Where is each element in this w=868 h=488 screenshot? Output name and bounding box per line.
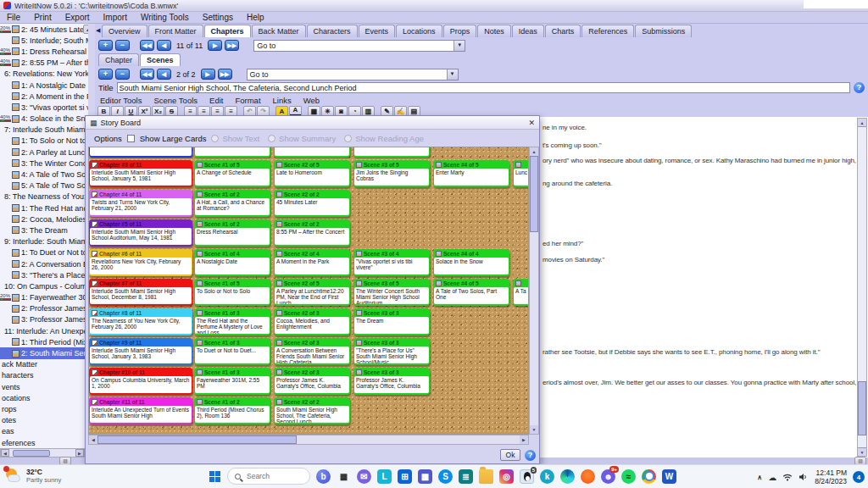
main-tab[interactable]: Charts <box>545 25 581 37</box>
sidebar-item[interactable]: 7: Interlude South Miami Se <box>0 125 94 136</box>
main-tab[interactable]: Front Matter <box>148 25 203 37</box>
menu-item[interactable]: Settings <box>196 13 240 22</box>
volume-icon[interactable] <box>798 473 809 481</box>
ok-button[interactable]: Ok <box>500 449 520 461</box>
remove-scene-button[interactable]: − <box>115 69 130 80</box>
scroll-up-icon[interactable]: ▲ <box>530 147 538 156</box>
search-box[interactable] <box>227 468 310 485</box>
menu-item[interactable]: Import <box>97 13 134 22</box>
sidebar-item[interactable]: 1: The Red Hat and the <box>0 202 94 214</box>
scene-card[interactable]: Scene #3 of 5 Jim Joins the Singing Cobr… <box>353 160 430 187</box>
sidebar-item[interactable]: 8: The Nearness of You: Ne <box>0 191 94 202</box>
sidebar-item[interactable]: eferences <box>0 437 94 448</box>
edge-icon[interactable] <box>560 469 575 484</box>
chapter-card[interactable]: Chapter #4 of 11 Twists and Turns New Yo… <box>89 190 192 217</box>
sidebar-item[interactable]: 3: The Dream <box>0 225 94 236</box>
editor-menu-item[interactable]: Edit <box>208 96 230 105</box>
editor-vscroll-thumb[interactable] <box>858 381 866 435</box>
scene-card[interactable]: Scene #4 of 5 A Tale of Two Solos, Part … <box>433 279 509 306</box>
sidebar-item[interactable]: 3: "Vivas oportet si vis tib <box>0 102 94 113</box>
editor-menu-item[interactable]: Format <box>233 96 267 105</box>
scroll-up-icon[interactable]: ▲ <box>858 119 866 127</box>
scene-card[interactable]: Scene #1 of 5 A Change of Schedule <box>194 160 270 187</box>
menu-item[interactable]: File <box>0 13 27 22</box>
scene-card[interactable]: Scene #3 of 3 Professor James K. Garraty… <box>353 368 430 395</box>
chapter-card[interactable]: Chapter #3 of 11 Interlude South Miami S… <box>89 160 192 187</box>
board-hscroll-thumb[interactable] <box>97 435 297 444</box>
menu-item[interactable]: Writing Tools <box>134 13 196 22</box>
scroll-down-icon[interactable]: ▼ <box>858 447 866 456</box>
sidebar-item[interactable]: vents <box>0 381 94 392</box>
scroll-right-icon[interactable]: ▶ <box>75 449 84 457</box>
chevron-down-icon[interactable]: ▼ <box>453 41 465 51</box>
sidebar-item[interactable]: 4: A Tale of Two Solos, I <box>0 169 94 180</box>
discord-icon[interactable]: ☻9+ <box>601 469 615 484</box>
start-button[interactable] <box>209 470 221 483</box>
weather-widget[interactable]: 32°C Partly sunny <box>5 468 61 485</box>
scene-card[interactable]: Scene #2 of 3 Cocoa, Melodies, and Enlig… <box>274 308 350 336</box>
scene-card[interactable]: Lunc <box>513 160 529 187</box>
sidebar-item[interactable]: 40% 4: Solace in the Sno <box>0 114 94 125</box>
file-explorer-icon[interactable] <box>479 469 493 484</box>
chapter-card[interactable]: Chapter #9 of 11 Interlude South Miami S… <box>89 338 192 365</box>
help-icon[interactable]: ? <box>854 82 865 93</box>
k-app-icon[interactable]: k <box>540 469 554 484</box>
main-tab[interactable]: Submissions <box>635 25 692 37</box>
main-tab[interactable]: Characters <box>307 25 358 37</box>
scene-card[interactable]: Dance Yet <box>274 147 350 158</box>
sidebar-item[interactable]: 1: To Duet or Not to Due <box>0 247 94 258</box>
prev-chapter-button[interactable]: ◀ <box>157 40 171 51</box>
skype-icon[interactable]: S <box>438 469 453 484</box>
copilot-icon[interactable]: b <box>316 469 331 484</box>
scene-card[interactable]: Scene #1 of 5 To Solo or Not to Solo <box>194 279 270 306</box>
sidebar-item[interactable]: 2: A Parley at Lunchtime <box>0 147 94 158</box>
scene-card[interactable]: Such Sweet Sorrow... <box>353 147 430 158</box>
last-scene-button[interactable]: ▶▶ <box>218 69 232 80</box>
scene-card[interactable]: Scene #2 of 4 A Moment in the Park <box>274 249 350 276</box>
radio-button[interactable] <box>344 135 352 142</box>
sidebar-item[interactable]: ocations <box>0 392 94 403</box>
clock[interactable]: 12:41 PM 8/24/2023 <box>815 469 847 485</box>
scroll-right-icon[interactable]: ▶ <box>520 435 528 444</box>
scene-card[interactable]: Scene #1 of 3 To Duet or Not to Duet... <box>194 338 270 365</box>
menu-item[interactable]: Export <box>58 13 97 22</box>
sidebar-item[interactable]: 2: Cocoa, Melodies, and <box>0 214 94 225</box>
editor-menu-item[interactable]: Editor Tools <box>98 96 148 105</box>
sidebar-item[interactable]: haracters <box>0 370 94 381</box>
scene-card[interactable] <box>194 147 270 158</box>
scene-card[interactable]: Scene #1 of 4 A Nostalgic Date <box>194 249 270 276</box>
sidebar-item[interactable]: 40% 1: Dress Rehearsal <box>0 46 94 57</box>
scroll-left-icon[interactable]: ◀ <box>89 435 97 444</box>
sidebar-item[interactable]: 2: Professor James K. G <box>0 303 94 314</box>
scene-card[interactable]: Scene #2 of 3 A Conversation Between Fri… <box>274 338 350 365</box>
chat-icon[interactable]: ✉ <box>357 469 371 484</box>
scene-card[interactable]: Scene #2 of 2 South Miami Senior High Sc… <box>274 397 350 424</box>
scene-card[interactable]: Scene #1 of 3 The Red Hat and the Perfum… <box>194 308 270 336</box>
scene-title-input[interactable] <box>117 82 850 93</box>
board-hscrollbar[interactable]: ◀ ▶ <box>88 435 529 445</box>
window-titlebar[interactable]: WriteItNow 5.0.2i : 'C:\writeitnow5\Coda… <box>0 0 868 12</box>
sidebar-item[interactable]: 1: A Nostalgic Date <box>0 80 94 91</box>
add-scene-button[interactable]: + <box>98 69 113 80</box>
sidebar-item[interactable]: 3: Professor James K. G <box>0 314 94 325</box>
scene-card[interactable]: Scene #2 of 5 Late to Homeroom <box>274 160 350 187</box>
main-tab[interactable]: Props <box>443 25 477 37</box>
spotify-icon[interactable]: ≈ <box>621 469 636 484</box>
sidebar-item[interactable]: eas <box>0 426 94 437</box>
sidebar-item[interactable]: 3: The Winter Concert S <box>0 158 94 169</box>
store-icon[interactable]: ⊞ <box>398 469 412 484</box>
help-icon[interactable]: ? <box>525 450 536 461</box>
sidebar-item[interactable]: 3: "There's a Place for U <box>0 269 94 280</box>
scene-card[interactable]: A Ta <box>513 279 529 306</box>
scene-card[interactable]: Scene #1 of 3 Fayerweather 301M, 2:55 PM <box>194 368 270 395</box>
scene-card[interactable]: Scene #4 of 5 Enter Marty <box>433 160 509 187</box>
penguin-app-icon[interactable]: 5 <box>520 469 534 484</box>
scene-card[interactable]: Scene #2 of 2 45 Minutes Later <box>274 190 350 217</box>
editor-vscrollbar[interactable]: ▲ ▼ <box>857 118 867 457</box>
last-chapter-button[interactable]: ▶▶ <box>225 40 239 51</box>
sidebar-item[interactable]: 2: A Conversation Betwe <box>0 258 94 269</box>
scene-goto-dropdown[interactable]: Go to ▼ <box>247 69 459 80</box>
brave-icon[interactable] <box>581 469 595 484</box>
sub-tab[interactable]: Chapter <box>98 53 139 66</box>
add-chapter-button[interactable]: + <box>98 40 113 51</box>
